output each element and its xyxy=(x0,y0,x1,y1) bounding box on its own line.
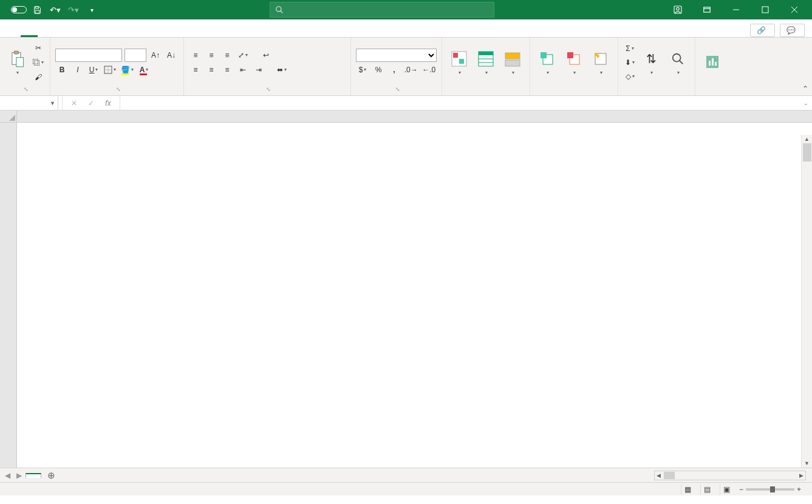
vertical-scrollbar[interactable]: ▲▼ xyxy=(801,135,812,468)
align-middle-button[interactable]: ≡ xyxy=(205,49,218,62)
account-icon[interactable] xyxy=(664,0,692,19)
dialog-launcher-icon[interactable]: ⤡ xyxy=(266,86,271,92)
enter-formula-button[interactable]: ✓ xyxy=(86,99,97,107)
horizontal-scrollbar[interactable]: ◀▶ xyxy=(654,471,806,480)
autosave-toggle[interactable] xyxy=(9,6,27,13)
fill-color-button[interactable]: 🪣▾ xyxy=(120,63,135,77)
spreadsheet-grid: ▲▼ xyxy=(0,111,812,468)
ribbon: ▾ ✂ ⿻▾ 🖌 ⤡ A↑ A↓ B I U▾ ▾ 🪣▾ xyxy=(0,38,812,96)
sheet-tab-active[interactable] xyxy=(26,473,41,478)
minimize-button[interactable] xyxy=(722,0,750,19)
dialog-launcher-icon[interactable]: ⤡ xyxy=(395,86,400,92)
accounting-format-button[interactable]: $▾ xyxy=(356,63,369,77)
percent-button[interactable]: % xyxy=(372,63,385,77)
dialog-launcher-icon[interactable]: ⤡ xyxy=(24,86,29,92)
tab-view[interactable] xyxy=(140,20,157,37)
sheet-tab-bar: ◀ ▶ ⊕ ◀▶ xyxy=(0,468,812,482)
decrease-font-button[interactable]: A↓ xyxy=(165,49,178,62)
increase-decimal-button[interactable]: .0→ xyxy=(403,63,419,77)
increase-font-button[interactable]: A↑ xyxy=(149,49,162,62)
autosum-button[interactable]: Σ▾ xyxy=(623,42,636,55)
decrease-decimal-button[interactable]: ←.0 xyxy=(421,63,437,77)
font-size-combo[interactable] xyxy=(125,49,146,62)
sheet-nav-next[interactable]: ▶ xyxy=(14,471,24,480)
cell-styles-button[interactable]: ▾ xyxy=(500,41,525,84)
ribbon-display-button[interactable] xyxy=(693,0,721,19)
bold-button[interactable]: B xyxy=(55,63,69,77)
paste-button[interactable]: ▾ xyxy=(5,41,29,84)
dialog-launcher-icon[interactable]: ⤡ xyxy=(116,86,121,92)
cancel-formula-button[interactable]: ✕ xyxy=(69,99,80,107)
zoom-controls[interactable]: − + xyxy=(739,485,807,494)
ribbon-tabs: 🔗 💬 xyxy=(0,19,812,38)
insert-cells-button[interactable]: ▾ xyxy=(535,41,559,84)
wrap-text-button[interactable]: ↩ xyxy=(259,49,273,62)
expand-formula-bar-button[interactable]: ⌄ xyxy=(803,100,808,106)
format-painter-button[interactable]: 🖌 xyxy=(32,70,45,84)
merge-center-button[interactable]: ⬌ ▾ xyxy=(275,63,288,77)
zoom-out-button[interactable]: − xyxy=(739,485,743,494)
svg-line-33 xyxy=(680,60,683,64)
find-select-button[interactable]: ▾ xyxy=(666,41,690,84)
cut-button[interactable]: ✂ xyxy=(32,41,45,55)
svg-rect-35 xyxy=(709,61,711,66)
align-center-button[interactable]: ≡ xyxy=(205,63,218,77)
number-format-combo[interactable] xyxy=(356,49,437,62)
font-color-button[interactable]: A▾ xyxy=(137,63,151,77)
tab-home[interactable] xyxy=(21,20,38,37)
close-button[interactable] xyxy=(780,0,808,19)
clear-button[interactable]: ◇▾ xyxy=(623,70,636,83)
sheet-nav-prev[interactable]: ◀ xyxy=(2,471,13,480)
tab-formulas[interactable] xyxy=(89,20,106,37)
tab-review[interactable] xyxy=(123,20,140,37)
name-box[interactable]: ▼ xyxy=(0,96,58,110)
tab-draw[interactable] xyxy=(55,20,72,37)
align-top-button[interactable]: ≡ xyxy=(189,49,202,62)
qat-customize-button[interactable]: ▾ xyxy=(84,2,100,17)
group-font: A↑ A↓ B I U▾ ▾ 🪣▾ A▾ ⤡ xyxy=(50,38,184,95)
redo-button[interactable]: ↷▾ xyxy=(66,2,81,17)
borders-button[interactable]: ▾ xyxy=(103,63,117,77)
italic-button[interactable]: I xyxy=(71,63,84,77)
page-break-view-button[interactable]: ▣ xyxy=(720,484,733,495)
decrease-indent-button[interactable]: ⇤ xyxy=(236,63,250,77)
align-left-button[interactable]: ≡ xyxy=(189,63,202,77)
tab-file[interactable] xyxy=(4,20,21,37)
svg-rect-28 xyxy=(541,52,547,58)
sort-filter-button[interactable]: ⇅▾ xyxy=(639,41,663,84)
share-button[interactable]: 🔗 xyxy=(750,24,775,37)
new-sheet-button[interactable]: ⊕ xyxy=(43,470,60,481)
tab-insert[interactable] xyxy=(38,20,55,37)
increase-indent-button[interactable]: ⇥ xyxy=(252,63,265,77)
collapse-ribbon-button[interactable]: ⌃ xyxy=(802,84,808,93)
analyze-data-button[interactable] xyxy=(700,41,725,84)
delete-cells-button[interactable]: ▾ xyxy=(562,41,586,84)
comments-button[interactable]: 💬 xyxy=(780,24,805,37)
search-input[interactable] xyxy=(270,2,494,18)
fill-button[interactable]: ⬇▾ xyxy=(623,56,636,69)
toggle-off-icon xyxy=(11,6,27,13)
conditional-formatting-button[interactable]: ▾ xyxy=(447,41,471,84)
save-icon[interactable] xyxy=(29,2,45,17)
undo-button[interactable]: ↶▾ xyxy=(47,2,63,17)
tab-data[interactable] xyxy=(106,20,123,37)
zoom-slider[interactable] xyxy=(746,488,794,491)
align-bottom-button[interactable]: ≡ xyxy=(220,49,234,62)
maximize-button[interactable] xyxy=(751,0,779,19)
format-cells-button[interactable]: ▾ xyxy=(589,41,613,84)
font-name-combo[interactable] xyxy=(55,49,122,62)
align-right-button[interactable]: ≡ xyxy=(220,63,234,77)
tab-help[interactable] xyxy=(157,20,174,37)
fx-button[interactable]: fx xyxy=(103,99,114,107)
select-all-corner[interactable] xyxy=(0,111,17,122)
orientation-button[interactable]: ⤢▾ xyxy=(236,49,250,62)
copy-button[interactable]: ⿻▾ xyxy=(32,56,45,69)
format-as-table-button[interactable]: ▾ xyxy=(474,41,498,84)
tab-pagelayout[interactable] xyxy=(72,20,89,37)
comma-button[interactable]: , xyxy=(387,63,401,77)
svg-rect-30 xyxy=(567,52,573,58)
normal-view-button[interactable]: ▦ xyxy=(681,484,694,495)
zoom-in-button[interactable]: + xyxy=(797,485,801,494)
underline-button[interactable]: U▾ xyxy=(87,63,100,77)
page-layout-view-button[interactable]: ▤ xyxy=(700,484,714,495)
